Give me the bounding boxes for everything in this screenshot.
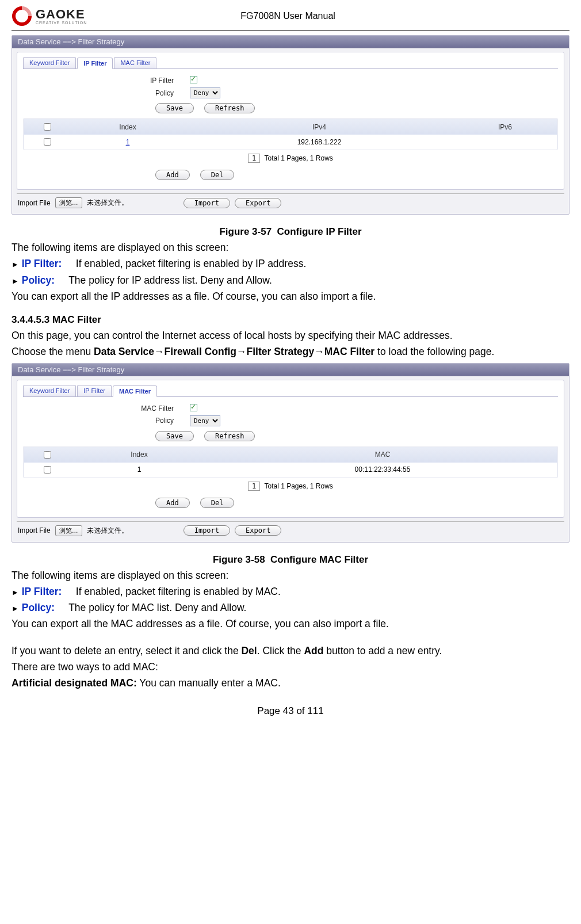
refresh-button[interactable]: Refresh (204, 103, 255, 113)
page-number[interactable]: 1 (248, 482, 260, 491)
add-ways-intro: There are two ways to add MAC: (12, 659, 569, 674)
page-info: Total 1 Pages, 1 Rows (264, 154, 332, 162)
save-button[interactable]: Save (155, 103, 194, 113)
refresh-button[interactable]: Refresh (204, 431, 255, 441)
pagination: 1 Total 1 Pages, 1 Rows (23, 482, 558, 491)
logo-subtitle: CREATIVE SOLUTION (36, 21, 87, 25)
header-rule (12, 30, 569, 30)
tab-mac-filter[interactable]: MAC Filter (113, 385, 157, 397)
logo: GAOKE CREATIVE SOLUTION (12, 6, 87, 26)
section-divider (17, 521, 564, 522)
marker-icon: ► (12, 604, 19, 613)
marker-icon: ► (12, 260, 19, 269)
row-ipv4: 192.168.1.222 (185, 135, 453, 149)
page-number[interactable]: 1 (248, 154, 260, 163)
no-file-text: 未选择文件。 (87, 526, 128, 536)
figure-caption-58: Figure 3-58 Configure MAC Filter (12, 554, 569, 566)
page-info: Total 1 Pages, 1 Rows (264, 482, 332, 490)
label-ip-filter: IP Filter (23, 77, 190, 85)
th-index: Index (70, 447, 208, 463)
pagination: 1 Total 1 Pages, 1 Rows (23, 154, 558, 163)
del-add-note: If you want to delete an entry, select i… (12, 643, 569, 658)
browse-button[interactable]: 浏览… (55, 197, 82, 208)
bullet-policy-2: ► Policy: The policy for MAC list. Deny … (12, 600, 569, 615)
tab-ip-filter[interactable]: IP Filter (77, 58, 113, 69)
screenshot-mac-filter: Data Service ==> Filter Strategy Keyword… (12, 363, 569, 543)
panel-title: Data Service ==> Filter Strategy (12, 364, 569, 376)
mac-filter-table: Index MAC 1 00:11:22:33:44:55 (24, 447, 557, 477)
checkbox-row[interactable] (44, 466, 51, 474)
del-button[interactable]: Del (200, 170, 235, 180)
tab-keyword-filter[interactable]: Keyword Filter (23, 57, 76, 68)
import-file-label: Import File (18, 199, 51, 207)
select-policy[interactable]: Deny (190, 87, 220, 98)
tab-bar: Keyword Filter IP Filter MAC Filter (23, 385, 558, 397)
row-mac: 00:11:22:33:44:55 (208, 463, 557, 477)
save-button[interactable]: Save (155, 431, 194, 441)
bullet-policy: ► Policy: The policy for IP address list… (12, 273, 569, 288)
del-button[interactable]: Del (200, 498, 235, 508)
bullet-ip-filter-2: ► IP Filter: If enabled, packet filterin… (12, 584, 569, 599)
figure-caption-57: Figure 3-57 Configure IP Filter (12, 226, 569, 238)
th-index: Index (70, 119, 185, 135)
section-divider (17, 193, 564, 194)
no-file-text: 未选择文件。 (87, 198, 128, 208)
menu-path: Choose the menu Data Service→Firewall Co… (12, 344, 569, 359)
row-index-link[interactable]: 1 (126, 138, 130, 146)
checkbox-select-all[interactable] (44, 123, 51, 131)
checkbox-row[interactable] (44, 138, 51, 146)
checkbox-mac-filter[interactable] (190, 404, 197, 411)
mac-filter-intro: On this page, you can control the Intern… (12, 328, 569, 343)
intro-text-2: The following items are displayed on thi… (12, 568, 569, 583)
checkbox-select-all[interactable] (44, 451, 51, 459)
import-button[interactable]: Import (184, 198, 230, 208)
label-mac-filter: MAC Filter (23, 404, 190, 413)
label-policy: Policy (23, 417, 190, 425)
add-button[interactable]: Add (155, 170, 190, 180)
th-ipv4: IPv4 (185, 119, 453, 135)
doc-title: FG7008N User Manual (87, 11, 489, 21)
import-button[interactable]: Import (184, 525, 230, 536)
ip-filter-table: Index IPv4 IPv6 1 192.168.1.222 (24, 119, 557, 149)
export-button[interactable]: Export (235, 198, 281, 208)
bullet-ip-filter: ► IP Filter: If enabled, packet filterin… (12, 256, 569, 271)
page-footer: Page 43 of 111 (12, 705, 569, 717)
marker-icon: ► (12, 277, 19, 285)
th-mac: MAC (208, 447, 557, 463)
export-button[interactable]: Export (235, 525, 281, 536)
marker-icon: ► (12, 588, 19, 597)
add-button[interactable]: Add (155, 498, 190, 508)
artificial-mac: Artificial designated MAC: You can manua… (12, 675, 569, 690)
intro-text: The following items are displayed on thi… (12, 240, 569, 255)
export-note-2: You can export all the MAC addresses as … (12, 616, 569, 631)
logo-text: GAOKE (36, 8, 87, 21)
panel-title: Data Service ==> Filter Strategy (12, 36, 569, 48)
import-file-label: Import File (18, 526, 51, 534)
row-index: 1 (70, 463, 208, 477)
table-row: 1 192.168.1.222 (24, 135, 557, 149)
tab-keyword-filter[interactable]: Keyword Filter (23, 385, 76, 396)
tab-mac-filter[interactable]: MAC Filter (114, 57, 156, 68)
checkbox-ip-filter[interactable] (190, 76, 197, 83)
tab-ip-filter[interactable]: IP Filter (77, 385, 112, 396)
screenshot-ip-filter: Data Service ==> Filter Strategy Keyword… (12, 35, 569, 215)
section-heading-mac-filter: 3.4.4.5.3 MAC Filter (12, 314, 569, 326)
export-note: You can export all the IP addresses as a… (12, 289, 569, 304)
th-ipv6: IPv6 (453, 119, 557, 135)
logo-icon (12, 6, 32, 26)
label-policy: Policy (23, 89, 190, 97)
page-header: GAOKE CREATIVE SOLUTION FG7008N User Man… (12, 0, 569, 29)
row-ipv6 (453, 135, 557, 149)
tab-bar: Keyword Filter IP Filter MAC Filter (23, 57, 558, 69)
browse-button[interactable]: 浏览… (55, 525, 82, 536)
table-row: 1 00:11:22:33:44:55 (24, 463, 557, 477)
select-policy[interactable]: Deny (190, 415, 220, 426)
